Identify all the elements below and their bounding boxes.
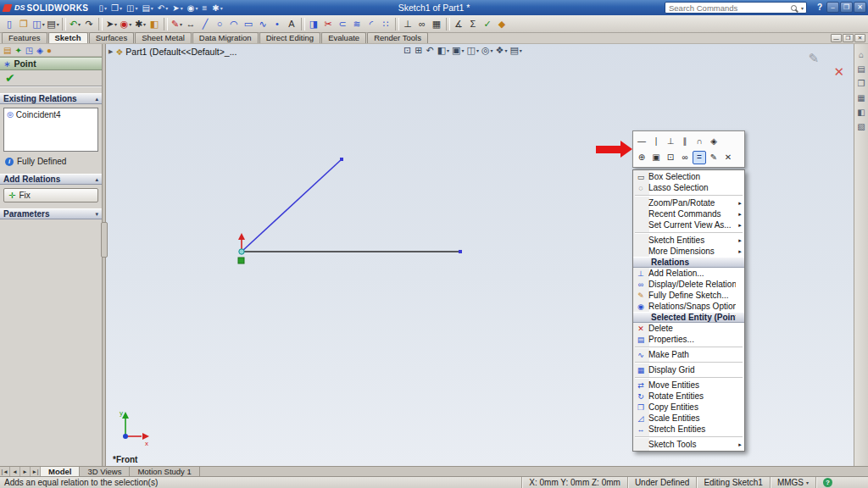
zoom-to-selection-icon[interactable]: ⊕: [635, 151, 648, 164]
context-menu-item[interactable]: ◿ Scale Entities: [633, 413, 744, 424]
sketch-endpoint[interactable]: [340, 158, 343, 161]
new-file-icon[interactable]: ▯: [3, 16, 17, 32]
display-delete-relations-icon[interactable]: ∞: [678, 151, 692, 164]
parameters-header[interactable]: Parameters ▾: [0, 208, 102, 219]
ribbon-tab[interactable]: Sketch: [48, 32, 88, 43]
context-menu-item[interactable]: ▭ Box Selection: [633, 171, 744, 182]
fillet-icon[interactable]: ◜: [364, 16, 379, 32]
edit-appearance-icon[interactable]: ❖▾: [496, 45, 508, 56]
linear-pattern-icon[interactable]: ∷: [379, 16, 393, 32]
open-file-icon[interactable]: ❐: [17, 16, 31, 32]
document-tab[interactable]: Motion Study 1: [130, 467, 199, 476]
search-input[interactable]: [665, 3, 791, 13]
make-perpendicular-icon[interactable]: ⊥: [664, 135, 677, 148]
editing-status[interactable]: Editing Sketch1: [696, 477, 770, 488]
document-tab[interactable]: Model: [41, 467, 80, 476]
circle-icon[interactable]: ○: [213, 16, 227, 32]
quick-tips-help-icon[interactable]: ?: [823, 478, 832, 487]
trim-entities-icon[interactable]: ✂: [321, 16, 336, 32]
make-vertical-icon[interactable]: |: [649, 135, 663, 148]
document-tab[interactable]: 3D Views: [80, 467, 130, 476]
sketch-line-diagonal[interactable]: [242, 159, 342, 252]
context-menu-item[interactable]: ↔ Stretch Entities: [633, 424, 744, 435]
doc-restore-button[interactable]: ❐: [843, 34, 854, 42]
ok-button[interactable]: ✔: [5, 71, 15, 85]
sketch-endpoint[interactable]: [459, 250, 462, 253]
context-menu-item[interactable]: ❐ Copy Entities: [633, 402, 744, 413]
ribbon-tab[interactable]: Surfaces: [89, 32, 135, 43]
redo-icon[interactable]: ↷: [82, 16, 97, 32]
panel-splitter-handle[interactable]: [101, 222, 108, 258]
select-other-icon[interactable]: ▣: [649, 151, 663, 164]
undo-icon[interactable]: ↶▾: [156, 2, 170, 14]
exit-sketch-close-icon[interactable]: ✕: [833, 64, 844, 80]
save-icon[interactable]: ◫▾: [125, 2, 139, 14]
fully-define-sketch-icon[interactable]: ✎: [707, 151, 721, 164]
new-file-icon[interactable]: ▯▾: [97, 2, 108, 14]
sketch-canvas[interactable]: x y: [106, 44, 868, 466]
line-icon[interactable]: ╱: [198, 16, 213, 32]
check-sketch-icon[interactable]: ✓: [481, 16, 495, 32]
relation-list-item[interactable]: ◎ Coincident4: [5, 109, 97, 119]
rectangle-icon[interactable]: ▭: [242, 16, 256, 32]
ribbon-tab[interactable]: Direct Editing: [259, 32, 321, 43]
make-tangent-icon[interactable]: ∩: [693, 135, 706, 148]
rebuild-icon[interactable]: ◉▾: [119, 16, 133, 32]
spline-icon[interactable]: ∿: [256, 16, 270, 32]
view-orientation-icon[interactable]: ▣▾: [452, 45, 464, 56]
zoom-area-icon[interactable]: ⊞: [415, 45, 423, 56]
add-relations-header[interactable]: Add Relations ▴: [0, 174, 102, 185]
zoom-fit-icon[interactable]: ⊡: [403, 45, 412, 56]
context-menu-item[interactable]: ↻ Rotate Entities: [633, 391, 744, 402]
context-menu-item[interactable]: Set Current View As... ▸: [633, 219, 744, 230]
propertymanager-tab-icon[interactable]: ✦: [14, 46, 21, 55]
design-library-icon[interactable]: ▤: [857, 64, 865, 74]
convert-entities-icon[interactable]: ⊂: [336, 16, 350, 32]
section-view-icon[interactable]: ◧▾: [437, 45, 449, 56]
context-menu-item[interactable]: Sketch Entities ▸: [633, 235, 744, 246]
ribbon-tab[interactable]: Data Migration: [192, 32, 259, 43]
make-equal-icon[interactable]: =: [693, 151, 706, 164]
context-menu-item[interactable]: ⇄ Move Entities: [633, 380, 744, 391]
context-menu-item[interactable]: Recent Commands ▸: [633, 208, 744, 219]
units-selector[interactable]: MMGS ▾: [770, 477, 815, 488]
configurationmanager-tab-icon[interactable]: ◳: [25, 46, 33, 55]
previous-view-icon[interactable]: ↶: [426, 45, 434, 56]
graphics-viewport[interactable]: x y *Front ✎ ✕: [106, 44, 868, 466]
context-menu-item[interactable]: ⊥ Add Relation...: [633, 268, 744, 279]
arc-icon[interactable]: ◠: [227, 16, 242, 32]
solidworks-resources-icon[interactable]: ⌂: [859, 50, 864, 59]
zoom-area-icon[interactable]: ⊡: [664, 151, 677, 164]
add-relation-icon[interactable]: ◈: [707, 135, 721, 148]
smart-dimension-icon[interactable]: ↔: [184, 16, 198, 32]
context-menu-item[interactable]: More Dimensions ▸: [633, 246, 744, 257]
instant3d-icon[interactable]: ◆: [495, 16, 509, 32]
displaymanager-tab-icon[interactable]: ●: [47, 46, 52, 55]
sketch-icon[interactable]: ✎▾: [170, 16, 184, 32]
point-icon[interactable]: •: [270, 16, 285, 32]
context-menu-item[interactable]: ✎ Fully Define Sketch...: [633, 290, 744, 301]
save-icon[interactable]: ◫▾: [31, 16, 46, 32]
offset-entities-icon[interactable]: ≋: [350, 16, 364, 32]
minimize-button[interactable]: –: [826, 2, 839, 13]
rebuild-icon[interactable]: ◉▾: [186, 2, 200, 14]
tree-expander-icon[interactable]: ▶: [108, 48, 113, 55]
featuremanager-tab-icon[interactable]: ▤: [3, 46, 11, 55]
grid-icon[interactable]: ▦: [430, 16, 444, 32]
select-icon[interactable]: ➤▾: [170, 2, 184, 14]
custom-properties-icon[interactable]: ▧: [857, 122, 865, 131]
view-palette-icon[interactable]: ▦: [857, 93, 865, 103]
ribbon-tab[interactable]: Evaluate: [321, 32, 366, 43]
help-icon[interactable]: ?: [817, 3, 822, 12]
open-file-icon[interactable]: ❐▾: [109, 2, 124, 14]
doc-close-button[interactable]: ✕: [854, 34, 865, 42]
context-menu-item[interactable]: ◌ Lasso Selection: [633, 182, 744, 193]
restore-button[interactable]: ❐: [840, 2, 853, 13]
confirmation-corner-sketch-icon[interactable]: ✎: [808, 51, 819, 66]
edit-color-icon[interactable]: ◧: [147, 16, 162, 32]
prev-tab-button[interactable]: ◄: [10, 467, 20, 476]
selected-sketch-point[interactable]: [239, 249, 244, 254]
delete-icon[interactable]: ✕: [721, 151, 735, 164]
context-menu-item[interactable]: Sketch Tools ▸: [633, 439, 744, 450]
context-menu-item[interactable]: ◉ Relations/Snaps Options...: [633, 301, 744, 312]
